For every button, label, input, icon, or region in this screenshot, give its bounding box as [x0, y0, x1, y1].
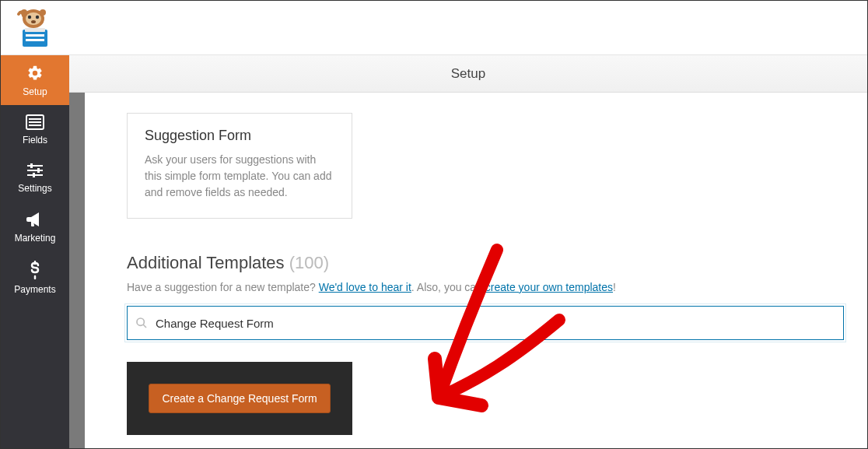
search-icon — [135, 317, 148, 329]
sliders-icon — [26, 163, 44, 178]
template-card-desc: Ask your users for suggestions with this… — [145, 152, 334, 201]
list-icon — [26, 114, 44, 130]
svg-point-21 — [137, 318, 144, 325]
svg-rect-7 — [23, 30, 47, 47]
svg-rect-10 — [25, 28, 45, 32]
nav-setup[interactable]: Setup — [1, 55, 69, 105]
gear-icon — [26, 65, 44, 82]
nav-payments[interactable]: Payments — [1, 251, 69, 303]
svg-rect-16 — [27, 170, 43, 171]
nav-marketing[interactable]: Marketing — [1, 202, 69, 251]
create-template-button[interactable]: Create a Change Request Form — [149, 384, 330, 413]
dollar-icon — [29, 261, 41, 279]
heading-count: (100) — [289, 253, 329, 272]
topbar — [1, 1, 867, 55]
template-card-title: Suggestion Form — [145, 128, 334, 144]
prompt-pre: Have a suggestion for a new template? — [127, 281, 319, 293]
svg-point-6 — [40, 9, 46, 16]
svg-rect-9 — [26, 39, 44, 41]
nav-fields[interactable]: Fields — [1, 105, 69, 153]
svg-rect-14 — [29, 125, 41, 126]
nav-label: Marketing — [15, 233, 56, 244]
svg-line-22 — [143, 324, 146, 328]
svg-rect-15 — [27, 165, 43, 167]
svg-point-4 — [31, 20, 36, 23]
prompt-post: ! — [613, 281, 616, 293]
svg-point-2 — [28, 15, 31, 18]
svg-rect-13 — [29, 121, 41, 123]
template-card-suggestion-form[interactable]: Suggestion Form Ask your users for sugge… — [127, 113, 352, 219]
svg-rect-19 — [37, 168, 40, 173]
template-result[interactable]: Create a Change Request Form — [127, 362, 352, 435]
nav-label: Setup — [23, 86, 47, 97]
page-title: Setup — [69, 55, 867, 93]
svg-rect-18 — [30, 163, 33, 168]
nav-label: Settings — [18, 183, 51, 194]
additional-templates-heading: Additional Templates (100) — [127, 253, 844, 273]
prompt-mid: . Also, you can — [411, 281, 485, 293]
nav-settings[interactable]: Settings — [1, 153, 69, 202]
nav-label: Payments — [14, 284, 55, 295]
page-title-text: Setup — [451, 66, 485, 82]
bullhorn-icon — [26, 211, 44, 228]
hear-it-link[interactable]: We'd love to hear it — [319, 281, 411, 293]
search-input[interactable] — [156, 317, 835, 330]
own-templates-link[interactable]: create your own templates — [485, 281, 613, 293]
sidebar: Setup Fields — [1, 55, 69, 448]
nav-label: Fields — [23, 135, 47, 146]
svg-rect-20 — [33, 173, 35, 177]
template-search[interactable] — [127, 306, 844, 340]
heading-text: Additional Templates — [127, 253, 285, 272]
svg-rect-8 — [26, 34, 44, 37]
svg-point-3 — [36, 15, 39, 18]
suggestion-prompt: Have a suggestion for a new template? We… — [127, 281, 844, 293]
svg-rect-12 — [29, 118, 41, 120]
logo — [9, 6, 55, 50]
